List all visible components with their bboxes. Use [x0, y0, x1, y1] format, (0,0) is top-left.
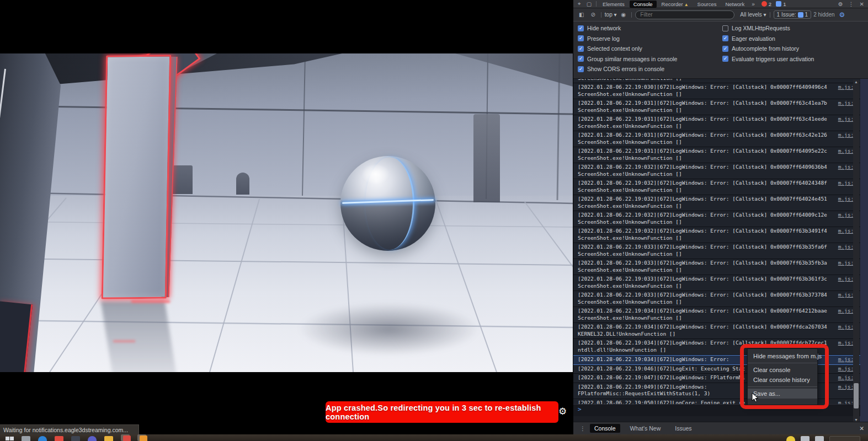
console-scrollbar[interactable]: ▲ ▼: [853, 80, 859, 422]
taskbar-app-purple-circle-icon[interactable]: [88, 436, 97, 441]
banner-gear-icon[interactable]: ⚙: [558, 406, 567, 417]
menu-item-clear-console[interactable]: Clear console: [748, 365, 817, 375]
log-line: [2022.01.28-06.22.19:031][672]LogWindows…: [578, 100, 842, 107]
taskbar-app-red-dot-icon[interactable]: [121, 434, 130, 441]
tab-sources[interactable]: Sources: [694, 1, 721, 8]
tab-recorder[interactable]: Recorder▲: [658, 1, 693, 8]
scroll-up-icon[interactable]: ▲: [853, 80, 859, 84]
issues-label: 1 Issue:: [777, 12, 796, 18]
setting-label: Evaluate triggers user activation: [732, 56, 814, 62]
console-prompt[interactable]: >: [573, 404, 860, 416]
context-selector[interactable]: top ▾: [605, 12, 617, 18]
checkbox-checked-icon[interactable]: ✓: [578, 35, 584, 41]
checkbox-checked-icon[interactable]: ✓: [578, 25, 584, 31]
taskbar-app-orange-icon[interactable]: [137, 434, 146, 441]
drawer-more-icon[interactable]: ⋮: [578, 426, 588, 432]
taskbar-tray-icon-2[interactable]: [815, 436, 824, 441]
setting-log-xmlhttprequests[interactable]: Log XMLHttpRequests: [722, 25, 814, 31]
setting-show-cors-errors-in-console[interactable]: ✓Show CORS errors in console: [578, 66, 722, 72]
taskbar-app-blue-circle-icon[interactable]: [38, 436, 47, 441]
console-log-row[interactable]: [2022.01.28-06.22.19:032][672]LogWindows…: [573, 211, 860, 227]
setting-selected-context-only[interactable]: ✓Selected context only: [578, 45, 722, 52]
console-log-row[interactable]: [2022.01.28-06.22.19:033][672]LogWindows…: [573, 291, 860, 307]
log-line: [2022.01.28-06.22.19:031][672]LogWindows…: [578, 116, 842, 123]
log-levels-dropdown[interactable]: All levels ▾: [740, 12, 766, 18]
taskbar-app-red-icon[interactable]: [55, 436, 63, 441]
console-log-row[interactable]: [2022.01.28-06.22.19:032][672]LogWindows…: [573, 195, 860, 211]
checkbox-checked-icon[interactable]: ✓: [722, 56, 728, 62]
taskbar-folder-yellow-icon[interactable]: [104, 436, 113, 441]
live-expression-eye-icon[interactable]: ◉: [619, 12, 629, 18]
setting-group-similar-messages-in-console[interactable]: ✓Group similar messages in console: [578, 56, 722, 62]
checkbox-checked-icon[interactable]: ✓: [578, 66, 584, 72]
console-log-row[interactable]: [2022.01.28-06.22.19:032][672]LogWindows…: [573, 227, 860, 243]
console-log-row[interactable]: [2022.01.28-06.22.19:032][672]LogWindows…: [573, 163, 860, 179]
device-toolbar-icon[interactable]: ▢: [584, 1, 594, 7]
setting-hide-network[interactable]: ✓Hide network: [578, 25, 722, 31]
taskbar-tray-yellow-circle[interactable]: [786, 436, 795, 441]
context-selector-label: top: [605, 12, 613, 18]
drawer-tab-issues[interactable]: Issues: [670, 424, 696, 433]
drawer-tab-what-s-new[interactable]: What's New: [626, 424, 665, 433]
setting-label: Log XMLHttpRequests: [732, 25, 790, 31]
scrollbar-thumb[interactable]: [854, 383, 859, 408]
checkbox-checked-icon[interactable]: ✓: [722, 46, 728, 52]
console-log-row[interactable]: [2022.01.28-06.22.19:034][672]LogWindows…: [573, 307, 860, 323]
devtools-settings-gear-icon[interactable]: ⚙: [836, 1, 845, 7]
menu-separator: [748, 363, 817, 363]
console-log-row[interactable]: [2022.01.28-06.22.19:031][672]LogWindows…: [573, 147, 860, 163]
console-sidebar-icon[interactable]: ◧: [577, 12, 586, 18]
tab-network[interactable]: Network: [721, 1, 748, 8]
console-settings-gear-icon[interactable]: ⚙: [839, 11, 845, 19]
console-log-row[interactable]: [2022.01.28-06.22.19:033][672]LogWindows…: [573, 275, 860, 291]
taskbar-app-gray-icon[interactable]: [22, 436, 30, 441]
windows-start-icon[interactable]: [6, 437, 14, 441]
console-filter-input[interactable]: [635, 10, 734, 19]
more-tabs-chevron-icon[interactable]: »: [749, 1, 757, 7]
menu-item-hide-messages-from-m-js[interactable]: Hide messages from m.js: [748, 351, 817, 361]
checkbox-checked-icon[interactable]: ✓: [578, 56, 584, 62]
checkbox-unchecked-icon[interactable]: [722, 25, 728, 31]
console-log-row[interactable]: [2022.01.28-06.22.19:033][672]LogWindows…: [573, 243, 860, 259]
taskbar-clock-area[interactable]: [829, 436, 860, 441]
setting-eager-evaluation[interactable]: ✓Eager evaluation: [722, 35, 814, 42]
clear-console-icon[interactable]: ⊘: [588, 12, 597, 18]
console-log-row[interactable]: [2022.01.28-06.22.19:031][672]LogWindows…: [573, 99, 860, 115]
menu-item-clear-console-history[interactable]: Clear console history: [748, 375, 817, 385]
3d-scene-video[interactable]: [0, 53, 573, 372]
inspect-icon[interactable]: ⌖: [576, 1, 583, 7]
warning-triangle-icon: ▲: [684, 2, 689, 7]
setting-preserve-log[interactable]: ✓Preserve log: [578, 35, 722, 42]
issues-counter[interactable]: 1 Issue: 1: [774, 10, 812, 19]
checkbox-checked-icon[interactable]: ✓: [722, 35, 728, 41]
drawer-close-icon[interactable]: ✕: [859, 425, 864, 432]
log-line: ScreenShot.exe!UnknownFunction []: [578, 91, 842, 98]
setting-evaluate-triggers-user-activation[interactable]: ✓Evaluate triggers user activation: [722, 56, 814, 62]
taskbar-app-dark-icon[interactable]: [71, 436, 80, 441]
console-log-row[interactable]: [2022.01.28-06.22.19:033][672]LogWindows…: [573, 259, 860, 275]
error-count-badge[interactable]: 2: [762, 1, 771, 7]
devtools-close-icon[interactable]: ✕: [858, 1, 866, 7]
message-count: 1: [783, 1, 786, 7]
chrome-sphere: [340, 156, 435, 251]
message-bubble-icon: [776, 1, 781, 7]
setting-autocomplete-from-history[interactable]: ✓Autocomplete from history: [722, 45, 814, 52]
taskbar-tray-icon-1[interactable]: [801, 436, 810, 441]
scroll-down-icon[interactable]: ▼: [853, 418, 859, 422]
console-log-row[interactable]: [2022.01.28-06.22.19:031][672]LogWindows…: [573, 131, 860, 147]
message-count-badge[interactable]: 1: [776, 1, 786, 7]
tab-elements[interactable]: Elements: [599, 1, 629, 8]
windows-taskbar: [0, 434, 868, 441]
caret-down-icon: ▾: [614, 12, 617, 18]
console-log-row[interactable]: [2022.01.28-06.22.19:030][672]LogWindows…: [573, 83, 860, 99]
console-log-row[interactable]: [2022.01.28-06.22.19:032][672]LogWindows…: [573, 179, 860, 195]
drawer-tab-console[interactable]: Console: [590, 424, 620, 433]
log-line: [2022.01.28-06.22.19:031][672]LogWindows…: [578, 132, 842, 139]
devtools-more-menu-icon[interactable]: ⋮: [846, 1, 856, 7]
console-log-row[interactable]: [2022.01.28-06.22.19:034][672]LogWindows…: [573, 323, 860, 339]
tab-console[interactable]: Console: [630, 1, 657, 8]
checkbox-checked-icon[interactable]: ✓: [578, 46, 584, 52]
log-line: [2022.01.28-06.22.19:031][672]LogWindows…: [578, 148, 842, 155]
log-line: [2022.01.28-06.22.19:033][672]LogWindows…: [578, 260, 842, 267]
console-log-row[interactable]: [2022.01.28-06.22.19:031][672]LogWindows…: [573, 115, 860, 131]
